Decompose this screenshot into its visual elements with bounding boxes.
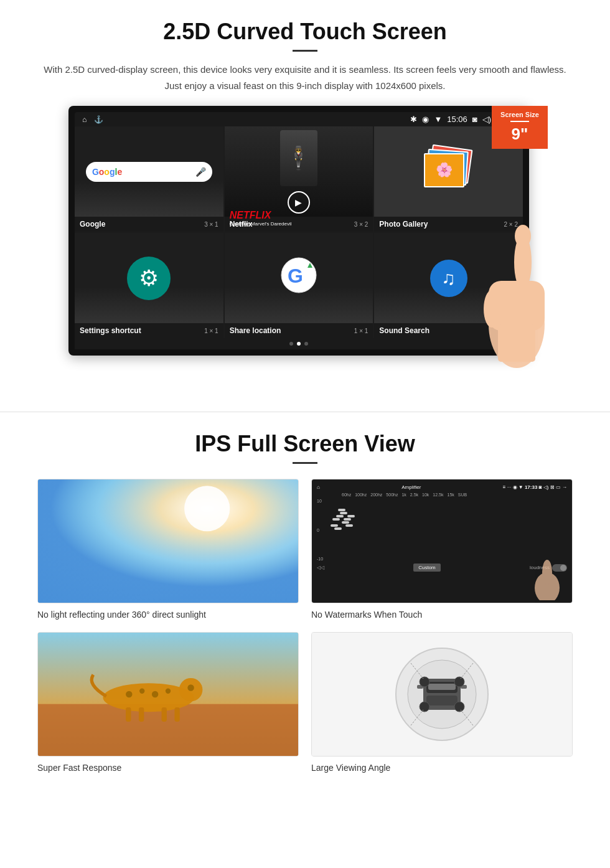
svg-point-20 bbox=[166, 689, 171, 694]
location-icon: ◉ bbox=[422, 115, 429, 124]
touch-hand-illustration bbox=[528, 550, 566, 603]
badge-label: Screen Size bbox=[495, 111, 544, 118]
car-image bbox=[312, 633, 572, 756]
eq-handle-1[interactable] bbox=[331, 524, 338, 527]
freq-12_5k: 12.5k bbox=[433, 493, 443, 497]
amp-y-labels: 10 0 -10 bbox=[317, 499, 332, 561]
netflix-app-cell[interactable]: 🕴 ▶ NETFLIX Continue Marvel's Daredevil … bbox=[225, 126, 373, 232]
svg-rect-9 bbox=[498, 324, 535, 362]
cheetah-svg bbox=[38, 633, 298, 756]
settings-app-name: Settings shortcut bbox=[80, 326, 141, 335]
netflix-app-size: 3 × 2 bbox=[354, 221, 368, 228]
eq-handle-3[interactable] bbox=[334, 527, 342, 530]
photo-gallery-app-name: Photo Gallery bbox=[379, 220, 428, 229]
amp-icons: ≡ ··· ◉ ▼ 17:33 ◙ ◁) ⊠ ▭ → bbox=[503, 484, 567, 490]
y-label-neg10: -10 bbox=[317, 557, 329, 561]
svg-rect-30 bbox=[426, 696, 458, 705]
freq-60hz: 60hz bbox=[342, 493, 351, 497]
photo-stack: 🌸 bbox=[424, 147, 474, 197]
share-location-app-cell[interactable]: G Share location 1 × 1 bbox=[225, 233, 373, 338]
amplifier-image-item: ⌂ Amplifier ≡ ··· ◉ ▼ 17:33 ◙ ◁) ⊠ ▭ → 6… bbox=[311, 479, 573, 620]
svg-rect-31 bbox=[428, 684, 456, 690]
status-bar-left: ⌂ ⚓ bbox=[82, 115, 103, 124]
amp-nav-buttons: ◁◁ bbox=[317, 565, 324, 570]
dot-2[interactable] bbox=[297, 342, 301, 346]
amp-caption: No Watermarks When Touch bbox=[311, 610, 573, 620]
photo-card-3: 🌸 bbox=[424, 153, 464, 187]
eq-handle-6[interactable] bbox=[340, 512, 347, 514]
section1-description: With 2.5D curved-display screen, this de… bbox=[37, 62, 573, 93]
sound-search-app-name: Sound Search bbox=[379, 326, 429, 335]
amp-title: Amplifier bbox=[401, 484, 421, 490]
usb-icon: ⚓ bbox=[94, 115, 103, 124]
car-svg bbox=[405, 657, 479, 732]
cheetah-caption: Super Fast Response bbox=[37, 763, 299, 773]
amp-custom-button[interactable]: Custom bbox=[413, 564, 441, 572]
car-caption: Large Viewing Angle bbox=[311, 763, 573, 773]
screen-size-badge: Screen Size 9" bbox=[492, 106, 548, 149]
car-circle bbox=[395, 648, 489, 741]
settings-cell-content: ⚙ bbox=[75, 233, 223, 323]
eq-handle-5[interactable] bbox=[338, 509, 345, 511]
eq-handle-10[interactable] bbox=[347, 515, 355, 517]
svg-rect-6 bbox=[489, 281, 545, 331]
cheetah-image bbox=[38, 633, 298, 756]
volume-icon: ◁) bbox=[482, 115, 491, 124]
svg-rect-23 bbox=[126, 707, 131, 722]
freq-sub: SUB bbox=[458, 493, 467, 497]
mic-icon[interactable]: 🎤 bbox=[195, 167, 206, 177]
y-label-10: 10 bbox=[317, 499, 329, 503]
eq-handle-9[interactable] bbox=[345, 524, 353, 527]
eq-handle-4[interactable] bbox=[336, 515, 344, 517]
amplifier-image: ⌂ Amplifier ≡ ··· ◉ ▼ 17:33 ◙ ◁) ⊠ ▭ → 6… bbox=[312, 479, 572, 603]
netflix-overlay: NETFLIX Continue Marvel's Daredevil bbox=[230, 210, 292, 217]
google-app-cell[interactable]: Google 🎤 Google 3 × 1 bbox=[75, 126, 223, 232]
svg-rect-26 bbox=[174, 707, 179, 722]
svg-rect-25 bbox=[162, 707, 167, 722]
status-bar: ⌂ ⚓ ✱ ◉ ▼ 15:06 ◙ ◁) ⊠ ▭ bbox=[75, 112, 523, 126]
y-label-0: 0 bbox=[317, 528, 329, 532]
freq-1k: 1k bbox=[401, 493, 406, 497]
sunlight-image bbox=[38, 479, 298, 603]
google-cell-inner: Google 🎤 bbox=[75, 126, 223, 217]
google-logo: Google bbox=[92, 167, 122, 177]
svg-point-18 bbox=[139, 689, 144, 694]
car-image-item: Large Viewing Angle bbox=[311, 632, 573, 773]
sunlight-image-box bbox=[37, 479, 299, 603]
freq-2_5k: 2.5k bbox=[410, 493, 418, 497]
google-search-bar[interactable]: Google 🎤 bbox=[86, 162, 212, 182]
sunlight-image-item: No light reflecting under 360° direct su… bbox=[37, 479, 299, 620]
dot-3[interactable] bbox=[304, 342, 308, 346]
section2-title: IPS Full Screen View bbox=[37, 431, 573, 457]
image-grid: No light reflecting under 360° direct su… bbox=[37, 479, 573, 773]
home-icon[interactable]: ⌂ bbox=[82, 115, 87, 124]
svg-rect-10 bbox=[38, 479, 298, 603]
amp-prev-icon[interactable]: ◁◁ bbox=[317, 565, 324, 570]
camera-icon: ◙ bbox=[472, 115, 477, 124]
cheetah-image-item: Super Fast Response bbox=[37, 632, 299, 773]
svg-text:G: G bbox=[288, 265, 303, 287]
settings-cell-label: Settings shortcut 1 × 1 bbox=[75, 323, 223, 338]
time-display: 15:06 bbox=[447, 115, 467, 124]
svg-point-34 bbox=[420, 677, 429, 687]
share-location-cell-content: G bbox=[225, 233, 373, 323]
dot-1[interactable] bbox=[289, 342, 293, 346]
eq-handle-8[interactable] bbox=[344, 518, 351, 521]
svg-point-37 bbox=[454, 702, 464, 712]
svg-point-35 bbox=[454, 677, 464, 687]
settings-app-cell[interactable]: ⚙ Settings shortcut 1 × 1 bbox=[75, 233, 223, 338]
amp-time: 17:33 bbox=[525, 484, 537, 490]
eq-handle-2[interactable] bbox=[332, 518, 340, 521]
svg-point-36 bbox=[420, 702, 429, 712]
car-image-box bbox=[311, 632, 573, 757]
freq-10k: 10k bbox=[422, 493, 429, 497]
netflix-person: 🕴 bbox=[280, 130, 317, 186]
freq-100hz: 100hz bbox=[355, 493, 367, 497]
svg-point-8 bbox=[515, 225, 531, 247]
eq-handle-7[interactable] bbox=[342, 521, 349, 524]
wifi-icon: ▼ bbox=[434, 115, 442, 124]
svg-point-19 bbox=[152, 691, 158, 697]
bluetooth-icon: ✱ bbox=[410, 115, 417, 124]
svg-point-22 bbox=[187, 684, 194, 691]
google-maps-icon: G bbox=[280, 257, 317, 300]
